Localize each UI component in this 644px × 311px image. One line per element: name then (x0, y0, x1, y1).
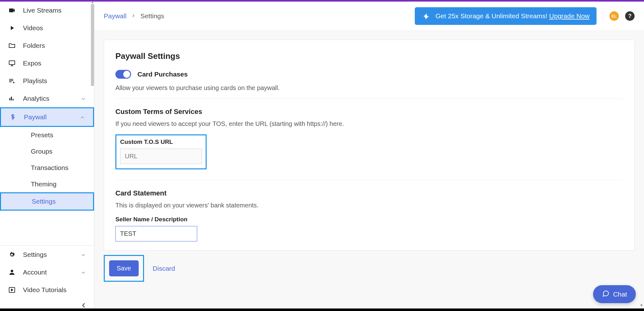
sidebar-item-label: Video Tutorials (23, 286, 67, 294)
sidebar-subitem-presets[interactable]: Presets (0, 127, 94, 143)
gear-icon (8, 251, 16, 259)
bottom-bar (0, 308, 644, 311)
divider (115, 180, 623, 180)
chat-label: Chat (613, 291, 627, 298)
sidebar-item-analytics[interactable]: Analytics (0, 90, 94, 107)
upgrade-text: Get 25x Storage & Unlimited Streams! Upg… (436, 12, 590, 20)
sidebar-item-live-streams[interactable]: Live Streams (0, 2, 94, 19)
playlist-icon (8, 77, 16, 85)
statement-desc: This is displayed on your viewers' bank … (115, 202, 623, 209)
chevron-down-icon (80, 96, 86, 101)
sidebar-subitem-settings[interactable]: Settings (0, 192, 94, 211)
sidebar: ▲ Live Streams Videos Folders (0, 2, 94, 309)
upgrade-icon (422, 12, 430, 20)
discard-button[interactable]: Discard (153, 265, 175, 272)
sidebar-item-label: Playlists (23, 77, 47, 85)
tos-field-label: Custom T.O.S URL (120, 139, 202, 145)
sidebar-item-label: Folders (23, 42, 45, 49)
tos-url-input[interactable] (120, 149, 202, 164)
bar-chart-icon (8, 94, 16, 103)
sidebar-item-label: Analytics (23, 95, 49, 102)
chevron-down-icon (80, 252, 86, 257)
sidebar-item-paywall[interactable]: Paywall (0, 107, 94, 127)
breadcrumb-current: Settings (140, 12, 164, 20)
chevron-right-icon (131, 12, 136, 20)
scroll-arrow-down[interactable]: ▼ (640, 303, 643, 308)
chat-widget[interactable]: Chat (593, 285, 636, 303)
sidebar-scrollbar[interactable] (91, 4, 94, 86)
dollar-icon (9, 113, 17, 121)
divider (115, 99, 623, 99)
collapse-sidebar-button[interactable] (0, 299, 94, 309)
tos-field-highlight: Custom T.O.S URL (115, 134, 207, 169)
sidebar-item-account[interactable]: Account (0, 263, 94, 281)
upgrade-banner[interactable]: Get 25x Storage & Unlimited Streams! Upg… (415, 7, 597, 25)
divider (603, 10, 603, 22)
main-area: Paywall Settings Get 25x Storage & Unlim… (94, 2, 644, 309)
sidebar-item-label: Settings (23, 251, 47, 258)
tos-desc: If you need viewers to accept your TOS, … (115, 120, 623, 127)
breadcrumb: Paywall Settings (104, 12, 164, 20)
sidebar-subitem-groups[interactable]: Groups (0, 143, 94, 160)
help-icon[interactable]: ? (625, 11, 635, 21)
seller-field-label: Seller Name / Description (115, 216, 623, 223)
play-square-icon (8, 286, 16, 294)
card-purchases-label: Card Purchases (137, 71, 188, 78)
sidebar-item-playlists[interactable]: Playlists (0, 72, 94, 90)
svg-rect-0 (9, 61, 15, 65)
chat-icon (602, 290, 609, 299)
sidebar-item-folders[interactable]: Folders (0, 37, 94, 54)
sidebar-subitem-theming[interactable]: Theming (0, 176, 94, 192)
save-button[interactable]: Save (109, 260, 139, 276)
content-area: Paywall Settings Card Purchases Allow yo… (94, 31, 644, 309)
sidebar-item-videos[interactable]: Videos (0, 19, 94, 37)
settings-card: Paywall Settings Card Purchases Allow yo… (104, 40, 635, 251)
sidebar-item-label: Paywall (24, 113, 47, 121)
topbar: Paywall Settings Get 25x Storage & Unlim… (94, 2, 644, 31)
sidebar-item-label: Expos (23, 59, 41, 67)
statement-title: Card Statement (115, 189, 623, 197)
sidebar-item-expos[interactable]: Expos (0, 54, 94, 72)
sidebar-item-settings[interactable]: Settings (0, 246, 94, 263)
chevron-down-icon (80, 269, 86, 275)
sidebar-item-video-tutorials[interactable]: Video Tutorials (0, 281, 94, 299)
seller-name-input[interactable] (115, 226, 197, 241)
breadcrumb-link-paywall[interactable]: Paywall (104, 12, 126, 20)
save-highlight: Save (104, 255, 144, 282)
scroll-arrow-up[interactable]: ▲ (91, 0, 94, 4)
sidebar-item-label: Account (23, 269, 47, 276)
play-icon (8, 24, 16, 32)
sidebar-item-label: Live Streams (23, 7, 62, 14)
person-icon (8, 268, 16, 276)
chevron-up-icon (80, 114, 85, 120)
avatar[interactable]: EL (609, 11, 619, 21)
upgrade-link[interactable]: Upgrade Now (549, 12, 590, 20)
tos-title: Custom Terms of Services (115, 108, 623, 116)
video-camera-icon (8, 6, 16, 14)
folder-icon (8, 42, 16, 50)
sidebar-item-label: Videos (23, 24, 43, 32)
card-purchases-desc: Allow your viewers to purchase using car… (115, 84, 623, 92)
page-title: Paywall Settings (115, 51, 623, 61)
card-purchases-toggle[interactable] (115, 70, 131, 79)
sidebar-subitem-transactions[interactable]: Transactions (0, 160, 94, 176)
monitor-icon (8, 59, 16, 67)
